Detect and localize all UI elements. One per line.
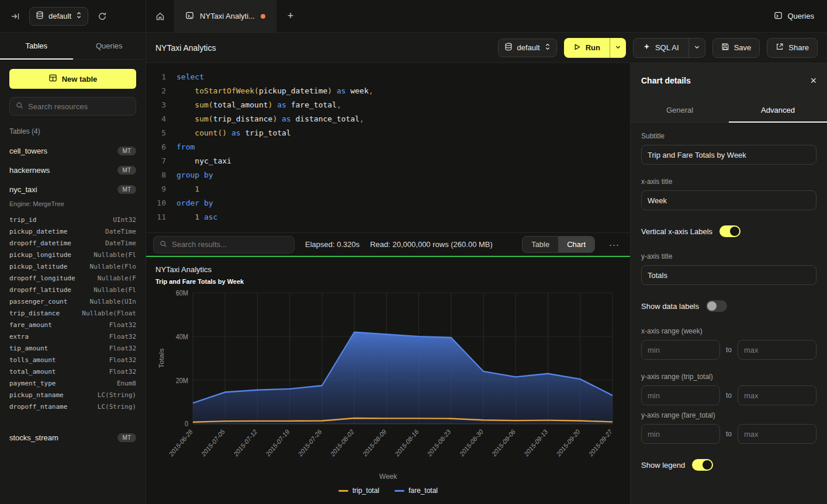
tables-section-label: Tables (4) [0, 125, 146, 141]
svg-text:0: 0 [185, 420, 188, 429]
code-line[interactable]: from [177, 140, 630, 154]
vertical-xaxis-labels-toggle[interactable] [719, 225, 741, 237]
yaxis-title-input[interactable] [641, 265, 816, 285]
column-row: payment_typeEnum8 [9, 378, 136, 390]
refresh-icon[interactable] [95, 9, 109, 23]
results-search-input[interactable] [172, 240, 288, 249]
column-row: pickup_latitudeNullable(Flo [9, 261, 136, 273]
run-database-value: default [517, 43, 540, 52]
table-name: nyc_taxi [9, 185, 37, 194]
home-button[interactable] [146, 0, 174, 32]
editor-code[interactable]: select toStartOfWeek(pickup_datetime) as… [166, 70, 630, 232]
subtitle-input[interactable] [641, 145, 816, 165]
save-button[interactable]: Save [712, 38, 760, 58]
sidebar-tab-queries[interactable]: Queries [73, 33, 146, 59]
queries-button[interactable]: Queries [774, 11, 814, 22]
xaxis-range-max-input[interactable] [738, 340, 816, 360]
engine-badge: MT [117, 185, 136, 194]
yaxis-range-trip-min-input[interactable] [641, 385, 720, 405]
collapse-sidebar-icon[interactable] [8, 9, 22, 23]
code-line[interactable]: toStartOfWeek(pickup_datetime) as week, [177, 84, 630, 98]
show-legend-label: Show legend [641, 461, 685, 470]
results-search[interactable] [153, 236, 295, 253]
column-type: Nullable(Flo [90, 261, 136, 273]
new-tab-button[interactable]: + [276, 0, 304, 32]
code-line[interactable]: sum(total_amount) as fare_total, [177, 98, 630, 112]
to-label: to [726, 430, 732, 438]
yaxis-range-fare-min-input[interactable] [641, 424, 720, 444]
column-name: dropoff_longitude [9, 273, 75, 284]
code-line[interactable]: count() as trip_total [177, 126, 630, 140]
svg-text:2015-09-27: 2015-09-27 [587, 427, 613, 458]
chevron-down-icon [694, 43, 700, 52]
sidebar-tab-tables[interactable]: Tables [0, 33, 73, 59]
svg-text:40M: 40M [176, 332, 188, 341]
column-row: pickup_datetimeDateTime [9, 226, 136, 238]
results-toolbar: Elapsed: 0.320s Read: 20,000,000 rows (2… [146, 232, 630, 256]
resource-search[interactable] [9, 97, 136, 116]
play-icon [573, 43, 581, 53]
view-chart-button[interactable]: Chart [558, 237, 594, 252]
close-icon[interactable]: × [810, 75, 816, 86]
panel-tabs: General Advanced [631, 98, 827, 123]
x-axis-label: Week [155, 472, 621, 481]
code-line[interactable]: 1 asc [177, 210, 630, 224]
svg-text:2015-06-28: 2015-06-28 [168, 427, 193, 458]
column-type: Nullable(Float [82, 308, 136, 319]
resource-search-input[interactable] [28, 102, 130, 111]
column-name: trip_distance [9, 308, 60, 319]
sql-editor[interactable]: 1234567891011 select toStartOfWeek(picku… [146, 63, 630, 232]
yaxis-range-fare-label: y-axis range (fare_total) [641, 411, 816, 419]
column-name: payment_type [9, 378, 56, 390]
query-title: NYTaxi Analytics [155, 43, 216, 53]
share-button[interactable]: Share [767, 38, 818, 58]
yaxis-title-label: y-axis title [641, 252, 816, 260]
more-options-icon[interactable]: ··· [605, 239, 623, 249]
line-number: 1 [146, 70, 166, 84]
show-legend-toggle[interactable] [692, 459, 713, 471]
app: default NYTaxi Analyti... + [0, 0, 827, 504]
search-icon [16, 102, 23, 111]
code-line[interactable]: 1 [177, 182, 630, 196]
show-data-labels-toggle[interactable] [706, 300, 727, 312]
yaxis-range-trip-max-input[interactable] [738, 385, 816, 405]
updown-chevron-icon [545, 43, 551, 53]
code-line[interactable]: nyc_taxi [177, 154, 630, 168]
topbar-left: default [0, 0, 146, 32]
column-type: Float32 [109, 354, 136, 366]
table-item-nyc-taxi[interactable]: nyc_taxi MT [0, 180, 146, 199]
yaxis-range-fare-max-input[interactable] [738, 424, 816, 444]
view-table-button[interactable]: Table [523, 237, 558, 252]
code-line[interactable]: sum(trip_distance) as distance_total, [177, 112, 630, 126]
sql-ai-button[interactable]: SQL AI [634, 39, 688, 57]
code-line[interactable]: group by [177, 168, 630, 182]
new-table-button[interactable]: New table [9, 69, 136, 89]
column-list: trip_idUInt32pickup_datetimeDateTimedrop… [0, 213, 146, 420]
line-number: 7 [146, 154, 166, 168]
column-name: pickup_longitude [9, 249, 71, 261]
code-line[interactable]: select [177, 70, 630, 84]
xaxis-range-min-input[interactable] [641, 340, 720, 360]
console-icon [185, 11, 194, 22]
run-database-selector[interactable]: default [498, 39, 557, 57]
run-button[interactable]: Run [564, 38, 610, 58]
panel-tab-general[interactable]: General [631, 98, 729, 122]
xaxis-title-input[interactable] [641, 190, 816, 210]
panel-tab-advanced[interactable]: Advanced [729, 98, 827, 122]
topbar-tabs: NYTaxi Analyti... + [146, 0, 774, 32]
legend-item[interactable]: trip_total [338, 486, 379, 495]
run-options-button[interactable] [610, 38, 626, 58]
query-tab[interactable]: NYTaxi Analyti... [174, 0, 276, 32]
subtitle-label: Subtitle [641, 132, 816, 140]
table-item-stocks-stream[interactable]: stocks_stream MT [0, 428, 146, 447]
column-row: fare_amountFloat32 [9, 319, 136, 331]
legend-item[interactable]: fare_total [395, 486, 438, 495]
database-icon [36, 11, 44, 21]
table-item-cell-towers[interactable]: cell_towers MT [0, 141, 146, 161]
code-line[interactable]: order by [177, 196, 630, 210]
line-number: 6 [146, 140, 166, 154]
sql-ai-options-button[interactable] [688, 39, 705, 57]
table-item-hackernews[interactable]: hackernews MT [0, 161, 146, 180]
database-selector[interactable]: default [29, 7, 88, 26]
to-label: to [726, 346, 732, 354]
